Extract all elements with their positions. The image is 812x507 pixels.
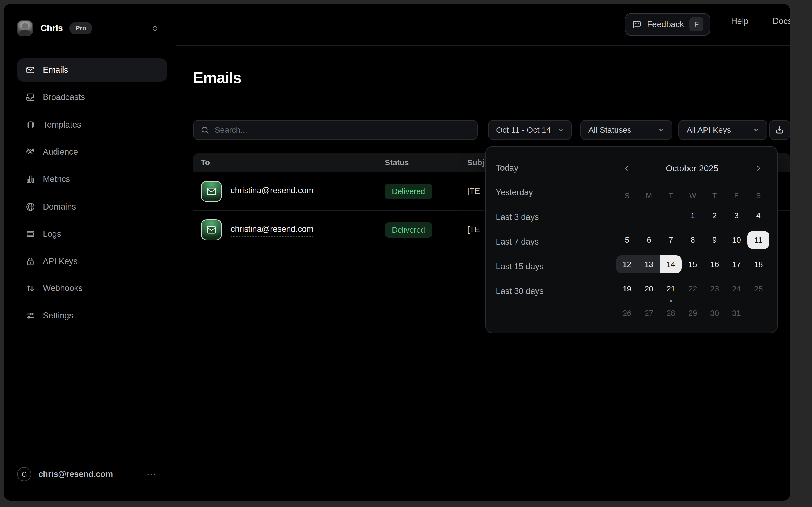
calendar-day-disabled: 29 bbox=[682, 304, 704, 322]
status-badge: Delivered bbox=[385, 184, 432, 199]
email-subject: [TE bbox=[467, 225, 480, 234]
calendar-month-label: October 2025 bbox=[637, 163, 747, 173]
preset-last-7-days[interactable]: Last 7 days bbox=[496, 236, 539, 247]
sidebar-item-label: Metrics bbox=[43, 174, 70, 184]
feedback-shortcut-key: F bbox=[689, 17, 703, 32]
sidebar-item-label: Templates bbox=[43, 120, 81, 130]
feedback-bubble-icon bbox=[632, 20, 642, 29]
recipient-email[interactable]: christina@resend.com bbox=[231, 224, 313, 237]
chevron-down-icon bbox=[557, 126, 565, 134]
sidebar-item-api-keys[interactable]: API Keys bbox=[17, 250, 167, 273]
calendar-day-range-end[interactable]: 14 bbox=[660, 256, 682, 273]
docs-link[interactable]: Docs bbox=[773, 16, 790, 26]
calendar-day-in-range[interactable]: 12 bbox=[616, 256, 638, 273]
sidebar-item-label: Domains bbox=[43, 202, 76, 212]
weekday-label: W bbox=[682, 191, 704, 200]
calendar-day[interactable]: 15 bbox=[682, 256, 704, 273]
calendar-day[interactable]: 4 bbox=[747, 207, 769, 224]
feedback-button[interactable]: Feedback F bbox=[625, 13, 710, 36]
recipient-email[interactable]: christina@resend.com bbox=[231, 186, 313, 198]
sidebar: Chris Pro Emails Broadcasts Templates Au… bbox=[4, 4, 176, 501]
sidebar-item-label: Broadcasts bbox=[43, 92, 85, 102]
search-input[interactable] bbox=[215, 125, 470, 134]
calendar-day[interactable]: 17 bbox=[726, 256, 748, 273]
search-icon bbox=[200, 126, 209, 134]
column-header-status: Status bbox=[385, 158, 409, 167]
columns-icon bbox=[25, 120, 35, 130]
mail-icon bbox=[25, 65, 35, 75]
preset-today[interactable]: Today bbox=[496, 163, 518, 173]
calendar-day-disabled: 31 bbox=[726, 304, 748, 322]
calendar-day-range-start[interactable]: 11 bbox=[747, 231, 769, 249]
main-content: Feedback F Help Docs Emails Oct 11 - Oct… bbox=[176, 4, 790, 501]
calendar-day[interactable]: 20 bbox=[638, 280, 660, 298]
calendar-day[interactable]: 7 bbox=[660, 231, 682, 249]
calendar-day-disabled: 27 bbox=[638, 304, 660, 322]
sidebar-item-audience[interactable]: Audience bbox=[17, 140, 167, 164]
calendar-day[interactable]: 1 bbox=[682, 207, 704, 224]
help-link[interactable]: Help bbox=[731, 16, 749, 26]
date-range-popover: Today Yesterday Last 3 days Last 7 days … bbox=[485, 146, 777, 333]
sidebar-item-webhooks[interactable]: Webhooks bbox=[17, 277, 167, 300]
calendar-day-disabled: 25 bbox=[747, 280, 769, 298]
calendar-day-today[interactable]: 21 bbox=[660, 280, 682, 298]
date-range-value: Oct 11 - Oct 14 bbox=[496, 125, 550, 134]
users-icon bbox=[25, 147, 35, 157]
calendar-day-disabled: 23 bbox=[704, 280, 726, 298]
preset-last-30-days[interactable]: Last 30 days bbox=[496, 286, 543, 297]
api-key-filter-dropdown[interactable]: All API Keys bbox=[679, 120, 767, 140]
sidebar-item-emails[interactable]: Emails bbox=[17, 58, 167, 82]
weekday-label: M bbox=[638, 191, 660, 200]
lock-icon bbox=[25, 257, 35, 266]
status-filter-value: All Statuses bbox=[588, 125, 631, 134]
logs-icon bbox=[25, 229, 35, 239]
sidebar-item-settings[interactable]: Settings bbox=[17, 304, 167, 327]
feedback-label: Feedback bbox=[647, 19, 684, 29]
status-badge: Delivered bbox=[385, 222, 432, 238]
calendar-day[interactable]: 8 bbox=[682, 231, 704, 249]
calendar-day[interactable]: 10 bbox=[726, 231, 748, 249]
sidebar-item-metrics[interactable]: Metrics bbox=[17, 167, 167, 191]
calendar-day-in-range[interactable]: 13 bbox=[638, 256, 660, 273]
email-subject: [TE bbox=[467, 186, 480, 195]
sidebar-item-domains[interactable]: Domains bbox=[17, 195, 167, 219]
sidebar-item-label: Emails bbox=[43, 65, 68, 75]
prev-month-button[interactable] bbox=[622, 163, 632, 174]
calendar-day[interactable]: 6 bbox=[638, 231, 660, 249]
calendar-day-disabled: 26 bbox=[616, 304, 638, 322]
calendar-day[interactable]: 19 bbox=[616, 280, 638, 298]
arrows-up-down-icon bbox=[25, 283, 35, 293]
ellipsis-menu-icon[interactable]: ⋯ bbox=[147, 469, 156, 480]
next-month-button[interactable] bbox=[753, 163, 764, 174]
export-download-button[interactable] bbox=[769, 120, 790, 140]
calendar-day[interactable]: 16 bbox=[704, 256, 726, 273]
column-header-to: To bbox=[201, 158, 210, 167]
preset-yesterday[interactable]: Yesterday bbox=[496, 187, 533, 198]
weekday-label: S bbox=[616, 191, 638, 200]
calendar-day[interactable]: 18 bbox=[747, 256, 769, 273]
email-envelope-icon bbox=[201, 219, 222, 240]
calendar-day[interactable]: 3 bbox=[726, 207, 748, 224]
globe-icon bbox=[25, 202, 35, 212]
sidebar-item-templates[interactable]: Templates bbox=[17, 113, 167, 136]
date-range-dropdown[interactable]: Oct 11 - Oct 14 bbox=[488, 120, 572, 140]
calendar-day[interactable]: 5 bbox=[616, 231, 638, 249]
calendar-day[interactable]: 2 bbox=[704, 207, 726, 224]
preset-last-3-days[interactable]: Last 3 days bbox=[496, 212, 539, 223]
account-menu[interactable]: C chris@resend.com ⋯ bbox=[17, 466, 167, 482]
search-box bbox=[193, 120, 478, 140]
status-filter-dropdown[interactable]: All Statuses bbox=[580, 120, 672, 140]
sidebar-item-logs[interactable]: Logs bbox=[17, 222, 167, 246]
weekday-header-row: S M T W T F S bbox=[616, 191, 769, 200]
calendar-day[interactable]: 9 bbox=[704, 231, 726, 249]
calendar-day-disabled: 28 bbox=[660, 304, 682, 322]
page-title: Emails bbox=[193, 68, 241, 87]
sidebar-item-label: Settings bbox=[43, 311, 73, 321]
inbox-icon bbox=[25, 92, 35, 102]
sidebar-item-broadcasts[interactable]: Broadcasts bbox=[17, 86, 167, 109]
workspace-switcher[interactable]: Chris Pro bbox=[17, 16, 164, 40]
bar-chart-icon bbox=[25, 174, 35, 184]
api-key-filter-value: All API Keys bbox=[687, 125, 731, 134]
calendar-day-disabled: 22 bbox=[682, 280, 704, 298]
preset-last-15-days[interactable]: Last 15 days bbox=[496, 261, 543, 272]
